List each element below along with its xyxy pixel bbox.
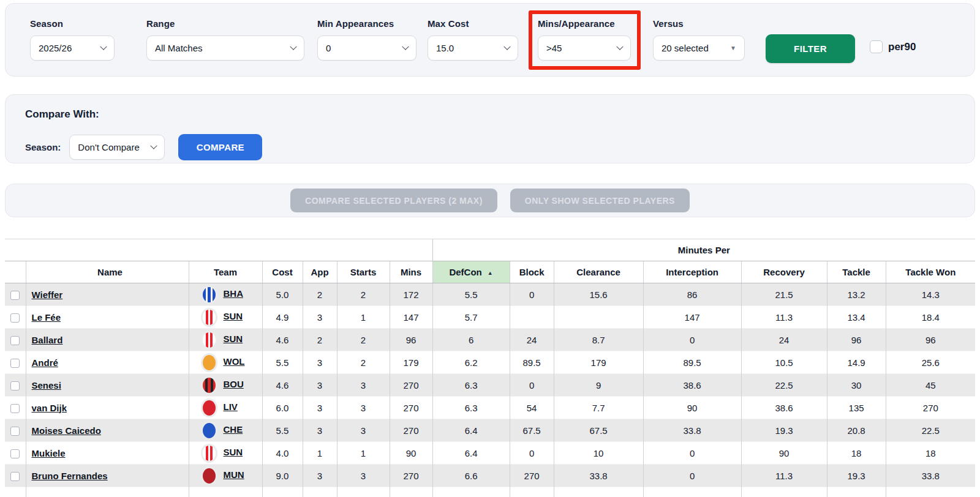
- stat-cell: [554, 487, 643, 497]
- stat-cell: 11.3: [741, 465, 827, 487]
- stat-cell: 3: [337, 465, 390, 487]
- stat-cell: 14.9: [827, 351, 886, 374]
- col-header-block[interactable]: Block: [510, 261, 554, 283]
- row-select-checkbox[interactable]: [10, 427, 20, 436]
- col-header-name[interactable]: Name: [26, 261, 189, 283]
- player-row: van DijkLIV6.0332706.3547.79038.6135270: [5, 397, 975, 419]
- mins-appearance-select[interactable]: >45: [538, 36, 631, 61]
- stat-cell: [390, 487, 432, 497]
- col-header-clearance[interactable]: Clearance: [554, 261, 643, 283]
- col-header-starts[interactable]: Starts: [337, 261, 390, 283]
- player-row: WiefferBHA5.0221725.5015.68621.513.214.3: [5, 283, 975, 306]
- col-header-mins[interactable]: Mins: [390, 261, 432, 283]
- stat-cell: 14.3: [886, 283, 975, 306]
- sort-ascending-icon: ▲: [488, 270, 493, 276]
- row-select-checkbox[interactable]: [10, 472, 20, 481]
- team-link[interactable]: BHA: [224, 288, 244, 299]
- col-header-tackle-won[interactable]: Tackle Won: [886, 261, 975, 283]
- stat-cell: 15.6: [554, 283, 643, 306]
- player-stats-table-wrap: Minutes Per NameTeamCostAppStartsMinsDef…: [5, 239, 975, 497]
- stat-cell: 30: [827, 374, 886, 397]
- stat-cell: [886, 487, 975, 497]
- team-link[interactable]: SUN: [224, 311, 243, 321]
- max-cost-label: Max Cost: [428, 18, 518, 29]
- stat-cell: 5.5: [262, 351, 303, 374]
- min-appearances-select[interactable]: 0: [317, 36, 417, 61]
- player-name-link[interactable]: Le Fée: [32, 312, 61, 323]
- player-name-link[interactable]: van Dijk: [32, 403, 67, 413]
- row-select-checkbox[interactable]: [10, 381, 20, 390]
- col-header-cost[interactable]: Cost: [262, 261, 303, 283]
- player-name-link[interactable]: Moises Caicedo: [32, 425, 101, 436]
- player-row: Le FéeSUN4.9311475.714711.313.418.4: [5, 306, 975, 329]
- filter-panel: Season 2025/26 Range All Matches Min App…: [5, 3, 975, 77]
- chevron-down-icon: [616, 43, 623, 50]
- stat-cell: 1: [337, 306, 390, 329]
- max-cost-select[interactable]: 15.0: [428, 36, 518, 61]
- stat-cell: 22.5: [886, 419, 975, 442]
- player-name-link[interactable]: Ballard: [32, 335, 63, 345]
- player-name-cell: André: [26, 351, 189, 374]
- range-select[interactable]: All Matches: [146, 36, 304, 61]
- stat-cell: [510, 306, 554, 329]
- chevron-down-icon: [151, 142, 157, 149]
- player-name-link[interactable]: Senesi: [32, 380, 61, 390]
- team-link[interactable]: WOL: [224, 356, 245, 367]
- col-header-team[interactable]: Team: [189, 261, 262, 283]
- only-show-selected-players-button[interactable]: ONLY SHOW SELECTED PLAYERS: [510, 189, 690, 212]
- col-header-app[interactable]: App: [303, 261, 337, 283]
- solid-red-badge: [203, 400, 216, 416]
- stat-cell: 33.8: [643, 419, 741, 442]
- compare-button[interactable]: COMPARE: [178, 134, 262, 160]
- compare-season-select[interactable]: Don't Compare: [69, 135, 165, 160]
- stat-cell: 3: [337, 419, 390, 442]
- col-header-recovery[interactable]: Recovery: [741, 261, 827, 283]
- stat-cell: [432, 487, 510, 497]
- versus-multiselect[interactable]: 20 selected ▼: [653, 36, 745, 61]
- row-select-checkbox[interactable]: [10, 313, 20, 323]
- row-select-checkbox[interactable]: [10, 404, 20, 413]
- col-header-defcon[interactable]: DefCon▲: [432, 261, 510, 283]
- stat-cell: 3: [303, 419, 337, 442]
- select-all-header: [5, 261, 26, 283]
- team-link[interactable]: SUN: [224, 447, 243, 457]
- team-link[interactable]: LIV: [224, 402, 238, 412]
- player-name-link[interactable]: Mukiele: [32, 448, 66, 458]
- player-row: Bruno FernandesMUN9.0332706.627033.8011.…: [5, 465, 975, 487]
- filter-button[interactable]: FILTER: [766, 34, 855, 63]
- minutes-per-group-header: Minutes Per: [432, 239, 975, 261]
- stat-cell: 24: [741, 329, 827, 351]
- row-select-checkbox[interactable]: [10, 336, 20, 345]
- team-link[interactable]: SUN: [224, 334, 243, 344]
- mins-appearance-select-value: >45: [546, 43, 562, 53]
- team-link[interactable]: CHE: [224, 424, 243, 435]
- stat-cell: 3: [303, 351, 337, 374]
- season-select[interactable]: 2025/26: [30, 36, 115, 61]
- stat-cell: 6.4: [432, 419, 510, 442]
- row-select-checkbox[interactable]: [10, 359, 20, 368]
- row-select-checkbox[interactable]: [10, 291, 20, 300]
- player-name-link[interactable]: Bruno Fernandes: [32, 471, 108, 481]
- stat-cell: 6: [432, 329, 510, 351]
- stat-cell: 5.0: [262, 283, 303, 306]
- range-select-value: All Matches: [155, 43, 203, 53]
- versus-select-value: 20 selected: [662, 43, 709, 53]
- player-name-link[interactable]: André: [32, 357, 58, 368]
- stat-cell: 270: [510, 465, 554, 487]
- col-header-tackle[interactable]: Tackle: [827, 261, 886, 283]
- team-link[interactable]: BOU: [224, 379, 244, 389]
- stat-cell: 67.5: [554, 419, 643, 442]
- max-cost-field: Max Cost 15.0: [428, 18, 518, 61]
- range-field: Range All Matches: [146, 18, 304, 61]
- stat-cell: [643, 487, 741, 497]
- player-stats-table: Minutes Per NameTeamCostAppStartsMinsDef…: [5, 239, 975, 497]
- row-select-checkbox[interactable]: [10, 449, 20, 458]
- col-header-interception[interactable]: Interception: [643, 261, 741, 283]
- player-name-link[interactable]: Wieffer: [32, 290, 63, 300]
- stat-cell: 0: [510, 283, 554, 306]
- stat-cell: 6.4: [432, 442, 510, 465]
- team-link[interactable]: MUN: [224, 469, 244, 480]
- player-name-cell: Bruno Fernandes: [26, 465, 189, 487]
- per90-checkbox[interactable]: [870, 40, 883, 53]
- compare-selected-players-button[interactable]: COMPARE SELECTED PLAYERS (2 MAX): [290, 189, 497, 212]
